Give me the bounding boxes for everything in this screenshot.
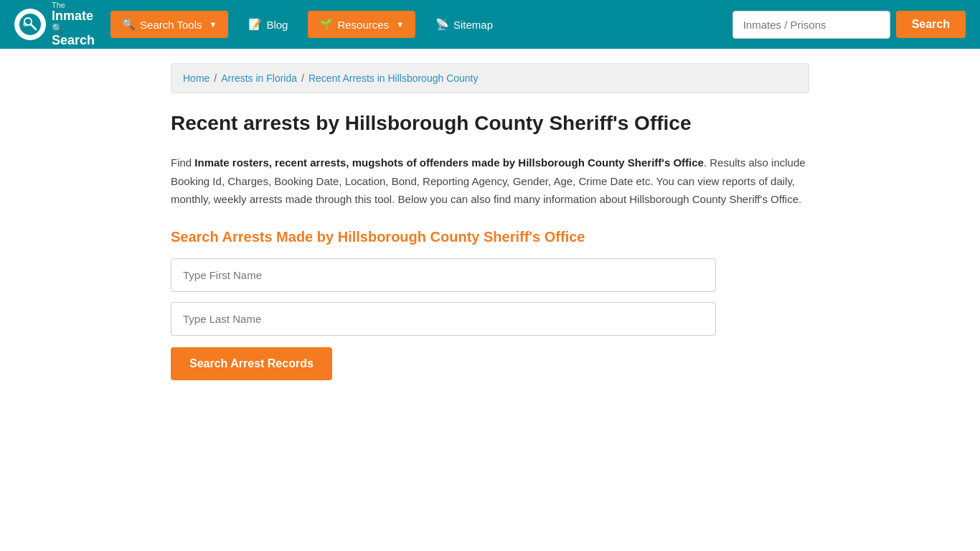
page-title: Recent arrests by Hillsborough County Sh… [171, 110, 809, 136]
breadcrumb-home[interactable]: Home [183, 72, 209, 84]
sitemap-button[interactable]: 📡 Sitemap [424, 11, 504, 38]
breadcrumb-current[interactable]: Recent Arrests in Hillsborough County [308, 72, 479, 84]
search-tools-dropdown-icon: ▼ [209, 20, 217, 29]
logo[interactable]: The Inmate🔍Search [14, 1, 95, 48]
resources-label: Resources [337, 19, 389, 31]
header-search-input[interactable] [732, 11, 890, 39]
blog-label: Blog [266, 19, 288, 31]
search-tools-button[interactable]: 🔍 Search Tools ▼ [110, 11, 228, 38]
resources-button[interactable]: 🌱 Resources ▼ [308, 11, 415, 38]
breadcrumb-florida[interactable]: Arrests in Florida [221, 72, 297, 84]
arrest-search-form: Search Arrest Records [171, 258, 716, 380]
page-description: Find Inmate rosters, recent arrests, mug… [171, 154, 809, 209]
blog-button[interactable]: 📝 Blog [237, 11, 299, 38]
search-arrest-records-button[interactable]: Search Arrest Records [171, 347, 332, 380]
header-search-area: Search [732, 11, 966, 39]
search-tools-label: Search Tools [140, 19, 202, 31]
breadcrumb: Home / Arrests in Florida / Recent Arres… [171, 63, 809, 93]
sitemap-icon: 📡 [435, 18, 449, 31]
sitemap-label: Sitemap [453, 19, 493, 31]
resources-icon: 🌱 [319, 18, 333, 31]
site-header: The Inmate🔍Search 🔍 Search Tools ▼ 📝 Blo… [0, 0, 980, 49]
description-bold: Inmate rosters, recent arrests, mugshots… [194, 156, 704, 169]
breadcrumb-sep-2: / [301, 72, 304, 84]
logo-text: The Inmate🔍Search [52, 1, 95, 48]
resources-dropdown-icon: ▼ [396, 20, 404, 29]
header-search-button[interactable]: Search [896, 11, 966, 38]
blog-icon: 📝 [248, 18, 262, 31]
breadcrumb-sep-1: / [214, 72, 217, 84]
svg-point-3 [23, 22, 27, 27]
first-name-input[interactable] [171, 258, 716, 292]
search-tools-icon: 🔍 [122, 18, 136, 31]
logo-icon [14, 9, 46, 40]
search-section-heading: Search Arrests Made by Hillsborough Coun… [171, 229, 809, 245]
main-content: Home / Arrests in Florida / Recent Arres… [149, 49, 831, 409]
last-name-input[interactable] [171, 302, 716, 336]
